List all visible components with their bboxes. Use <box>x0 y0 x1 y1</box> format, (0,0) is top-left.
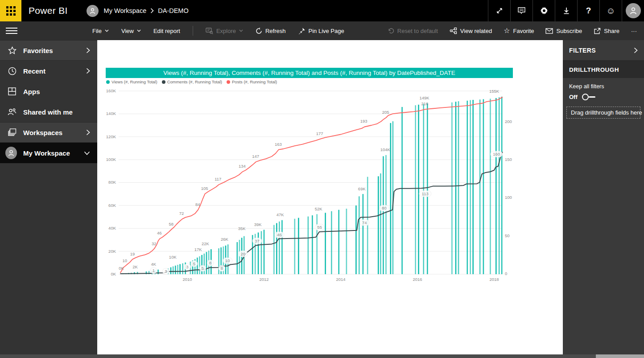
download-button[interactable] <box>555 0 577 21</box>
topbar-icon-group: ? ☺ <box>488 0 644 21</box>
svg-text:22K: 22K <box>202 241 210 246</box>
drillthrough-section-header: DRILLTHROUGH <box>563 61 644 78</box>
person-icon <box>89 8 96 14</box>
legend-label: Comments (#, Running Total) <box>167 79 222 84</box>
breadcrumb-workspace-link[interactable]: My Workspace <box>104 7 147 14</box>
sidebar-item-my-workspace[interactable]: My Workspace <box>0 143 97 163</box>
sidebar-item-shared-with-me[interactable]: Shared with me <box>0 102 97 122</box>
svg-text:3: 3 <box>165 269 167 274</box>
breadcrumb: My Workspace DA-DEMO <box>87 5 189 17</box>
svg-text:0: 0 <box>505 271 507 276</box>
sidebar-item-label: Favorites <box>23 47 86 54</box>
toggle-track <box>589 96 595 98</box>
svg-text:160: 160 <box>493 152 500 156</box>
svg-text:134: 134 <box>239 164 246 169</box>
horizontal-scrollbar[interactable] <box>0 354 644 358</box>
reset-to-default-button[interactable]: Reset to default <box>388 28 438 34</box>
chevron-down-icon <box>239 29 243 32</box>
sidebar-item-workspaces[interactable]: Workspaces <box>0 122 97 143</box>
refresh-button[interactable]: Refresh <box>256 28 286 34</box>
svg-text:5: 5 <box>193 261 195 266</box>
file-menu-button[interactable]: File <box>92 28 109 34</box>
svg-text:69K: 69K <box>358 186 366 191</box>
filters-title: FILTERS <box>569 47 596 54</box>
powerbi-brand-title: Power BI <box>29 5 68 16</box>
svg-text:37: 37 <box>255 239 260 243</box>
svg-text:177: 177 <box>316 131 323 136</box>
comment-bubble-icon <box>517 7 526 15</box>
svg-text:4K: 4K <box>151 262 157 267</box>
legend-item[interactable]: Comments (#, Running Total) <box>162 79 222 84</box>
user-avatar <box>626 3 641 18</box>
related-content-icon <box>450 27 457 34</box>
collapse-panel-chevron-icon[interactable] <box>634 47 638 53</box>
svg-text:0K: 0K <box>111 272 116 276</box>
sidebar-item-label: Shared with me <box>23 108 90 116</box>
sidebar-item-label: Workspaces <box>23 129 86 136</box>
pin-live-page-button[interactable]: Pin Live Page <box>298 27 344 34</box>
more-options-button[interactable]: ··· <box>631 28 637 34</box>
favorite-button[interactable]: ☆ Favorite <box>504 27 534 34</box>
svg-text:205: 205 <box>382 110 389 115</box>
svg-text:55: 55 <box>317 225 322 230</box>
pin-icon <box>298 27 305 34</box>
svg-text:10K: 10K <box>169 255 177 259</box>
svg-text:3: 3 <box>186 264 188 269</box>
fullscreen-button[interactable] <box>488 0 510 21</box>
subscribe-button[interactable]: Subscribe <box>545 28 582 34</box>
combo-chart-visual[interactable]: 0K20K40K60K80K100K120K140K160K0501001502… <box>105 85 512 286</box>
legend-color-dot <box>227 80 230 84</box>
sidebar-item-label: Apps <box>23 88 90 95</box>
drillthrough-drop-zone[interactable]: Drag drillthrough fields here <box>566 107 640 119</box>
settings-button[interactable] <box>533 0 555 21</box>
clock-icon <box>7 67 17 75</box>
feedback-smiley-button[interactable]: ☺ <box>599 0 622 21</box>
svg-text:52K: 52K <box>315 206 323 211</box>
svg-text:193: 193 <box>360 119 367 123</box>
chevron-right-icon <box>86 68 90 74</box>
nav-hamburger-button[interactable] <box>6 26 17 36</box>
filters-panel: FILTERS DRILLTHROUGH Keep all filters Of… <box>563 40 644 358</box>
download-icon <box>562 7 570 15</box>
envelope-icon <box>545 28 553 34</box>
smiley-icon: ☺ <box>606 6 615 15</box>
sidebar-item-favorites[interactable]: Favorites <box>0 40 97 61</box>
svg-text:46: 46 <box>277 232 282 237</box>
workspace-avatar <box>87 5 99 17</box>
horizontal-scrollbar-thumb[interactable] <box>0 354 596 358</box>
sidebar-item-apps[interactable]: Apps <box>0 81 97 102</box>
chart-title-banner: Views (#, Running Total), Comments (#, R… <box>106 68 513 78</box>
account-button[interactable] <box>622 0 644 21</box>
legend-color-dot <box>162 80 165 84</box>
question-mark-icon: ? <box>586 6 591 16</box>
comments-button[interactable] <box>510 0 533 21</box>
svg-text:32: 32 <box>152 241 157 246</box>
keep-all-filters-label: Keep all filters <box>569 83 638 90</box>
legend-item[interactable]: Posts (#, Running Total) <box>227 79 277 84</box>
workspace-avatar <box>7 147 17 159</box>
edit-report-button[interactable]: Edit report <box>153 28 180 34</box>
chevron-down-icon <box>84 151 90 155</box>
chevron-right-icon <box>86 129 90 136</box>
svg-text:155K: 155K <box>489 89 500 94</box>
keep-all-filters-toggle[interactable] <box>582 94 595 100</box>
explore-icon <box>206 28 213 34</box>
toggle-state-label: Off <box>569 94 578 100</box>
help-button[interactable]: ? <box>577 0 599 21</box>
view-related-button[interactable]: View related <box>450 27 492 34</box>
legend-item[interactable]: Views (#, Running Total) <box>106 79 157 84</box>
explore-menu-button[interactable]: Explore <box>206 28 243 34</box>
filters-panel-header[interactable]: FILTERS <box>563 40 644 61</box>
svg-text:58: 58 <box>169 222 174 226</box>
refresh-icon <box>256 28 262 34</box>
waffle-grid-icon <box>6 6 16 16</box>
app-launcher-waffle-icon[interactable] <box>0 0 21 21</box>
svg-text:2016: 2016 <box>413 277 422 282</box>
share-button[interactable]: Share <box>594 28 619 34</box>
sidebar-item-recent[interactable]: Recent <box>0 61 97 81</box>
svg-text:104K: 104K <box>380 147 391 152</box>
view-menu-button[interactable]: View <box>121 28 141 34</box>
svg-text:5: 5 <box>202 266 204 271</box>
share-icon <box>594 28 601 34</box>
svg-text:2012: 2012 <box>259 277 268 282</box>
